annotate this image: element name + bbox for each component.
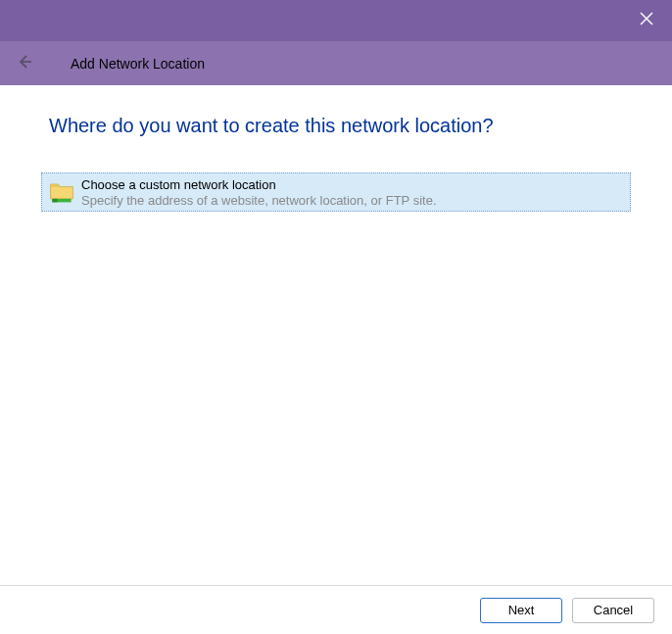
option-description: Specify the address of a website, networ… — [81, 193, 437, 209]
cancel-button[interactable]: Cancel — [572, 598, 654, 623]
option-custom-location[interactable]: Choose a custom network location Specify… — [41, 172, 631, 212]
folder-network-icon — [48, 177, 81, 209]
option-text: Choose a custom network location Specify… — [81, 177, 437, 210]
wizard-title: Add Network Location — [71, 56, 205, 72]
wizard-footer: Next Cancel — [0, 585, 672, 634]
titlebar — [0, 0, 672, 41]
wizard-content: Where do you want to create this network… — [0, 85, 672, 585]
option-title: Choose a custom network location — [81, 177, 437, 193]
back-arrow-icon[interactable] — [16, 53, 71, 74]
svg-rect-4 — [52, 199, 57, 203]
wizard-header: Add Network Location — [0, 41, 672, 85]
page-heading: Where do you want to create this network… — [41, 85, 631, 172]
close-icon[interactable] — [639, 11, 654, 30]
next-button[interactable]: Next — [480, 598, 562, 623]
